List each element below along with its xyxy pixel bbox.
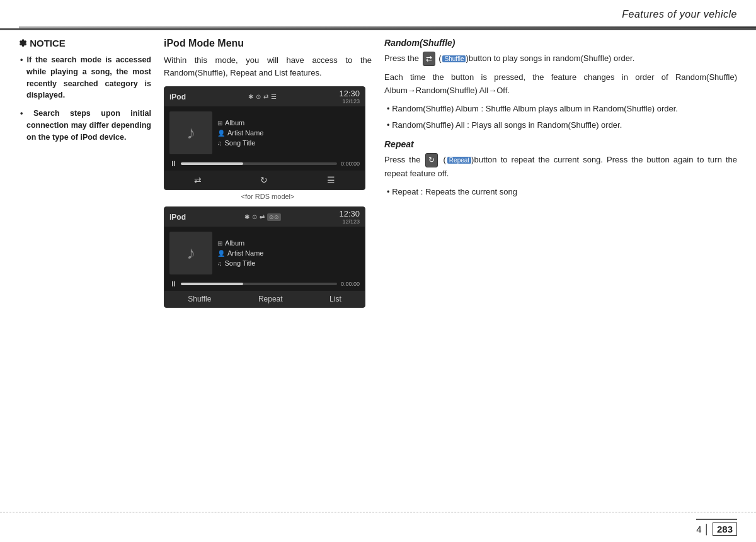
ipod-topbar-2: iPod ✱ ⊙ ⇄ ⊙⊙ 12:30 12/123: [164, 207, 365, 227]
ipod-section-intro: Within this mode, you will have access t…: [164, 54, 372, 79]
ipod-song-row-1: ♫ Song Title: [217, 139, 263, 147]
music-note-icon-2: ♪: [186, 243, 195, 263]
ipod-label-2: iPod: [169, 213, 186, 222]
repeat-label: Repeat: [447, 157, 471, 164]
repeat-button-icon[interactable]: ↻: [425, 153, 438, 167]
random-shuffle-item-2: Random(Shuffle) All : Plays all songs in…: [384, 119, 737, 132]
ipod-artwork-2: ♪: [169, 232, 212, 274]
list-bottom-btn[interactable]: List: [323, 293, 348, 305]
repeat-ctrl-btn[interactable]: ↻: [254, 174, 274, 186]
random-shuffle-intro: Press the ⇄ (Shuffle)button to play song…: [384, 52, 737, 66]
list-ctrl-btn[interactable]: ☰: [321, 174, 341, 186]
ipod-progress-1: ⏸ 0:00:00: [164, 159, 365, 171]
ipod-album-row-2: ⊞ Album: [217, 239, 263, 247]
ipod-main-2: ♪ ⊞ Album 👤 Artist Name ♫ Song Title: [164, 227, 365, 279]
ipod-icons-2: ✱ ⊙ ⇄ ⊙⊙: [244, 213, 281, 221]
right-column: Random(Shuffle) Press the ⇄ (Shuffle)but…: [384, 38, 737, 504]
progress-fill-2: [181, 283, 243, 285]
repeat-title: Repeat: [384, 139, 737, 149]
ipod-label-1: iPod: [169, 93, 186, 101]
footer: 4 │ 283: [0, 512, 756, 542]
song-icon: ♫: [217, 140, 222, 147]
notice-item-2: Search steps upon initial connection may…: [19, 108, 151, 143]
ipod-controls-1: ⇄ ↻ ☰: [164, 171, 365, 189]
progress-fill-1: [181, 162, 243, 165]
progress-bar-2: [181, 283, 337, 285]
repeat-intro: Press the ↻ (Repeat)button to repeat the…: [384, 153, 737, 181]
page-number: 283: [713, 522, 737, 536]
pause-icon-2: ⏸: [169, 279, 177, 288]
random-shuffle-item-1: Random(Shuffle) Album : Shuffle Album pl…: [384, 103, 737, 115]
music-note-icon: ♪: [186, 123, 195, 143]
rds-label: <for RDS model>: [164, 193, 372, 200]
shuffle-button-icon[interactable]: ⇄: [423, 52, 435, 66]
ipod-time-1: 12:30 12/123: [339, 89, 360, 104]
repeat-item-1: Repeat : Repeats the current song: [384, 186, 737, 198]
random-shuffle-list: Random(Shuffle) Album : Shuffle Album pl…: [384, 103, 737, 132]
ipod-artwork-1: ♪: [169, 111, 212, 154]
ipod-track-info-2: ⊞ Album 👤 Artist Name ♫ Song Title: [217, 232, 263, 274]
ipod-artist-row-2: 👤 Artist Name: [217, 249, 263, 257]
ipod-icons-1: ✱ ⊙ ⇄ ☰: [248, 93, 277, 100]
ipod-album-row-1: ⊞ Album: [217, 119, 263, 127]
page-section: 4: [696, 524, 701, 534]
ipod-progress-2: ⏸ 0:00:00: [164, 279, 365, 291]
progress-time-2: 0:00:00: [341, 281, 360, 287]
album-icon-2: ⊞: [217, 240, 222, 247]
progress-time-1: 0:00:00: [341, 161, 360, 167]
shuffle-ctrl-btn[interactable]: ⇄: [188, 174, 208, 186]
ipod-bottom-bar-2: Shuffle Repeat List: [164, 291, 365, 307]
ipod-mode-column: iPod Mode Menu Within this mode, you wil…: [164, 38, 384, 504]
random-shuffle-body: Each time the button is pressed, the fea…: [384, 71, 737, 98]
header: Features of your vehicle: [0, 0, 756, 30]
shuffle-bottom-btn[interactable]: Shuffle: [181, 293, 217, 305]
ipod-time-2: 12:30 12/123: [339, 209, 360, 225]
random-shuffle-title: Random(Shuffle): [384, 38, 737, 48]
pause-icon: ⏸: [169, 159, 177, 168]
shuffle-label: Shuffle: [442, 55, 466, 62]
ipod-screen-2: iPod ✱ ⊙ ⇄ ⊙⊙ 12:30 12/123 ♪ ⊞: [164, 206, 365, 308]
notice-list: If the search mode is accessed while pla…: [19, 54, 151, 143]
page-info: 4 │ 283: [696, 519, 737, 536]
artist-icon-2: 👤: [217, 250, 225, 257]
header-title: Features of your vehicle: [622, 9, 737, 20]
album-icon: ⊞: [217, 120, 222, 127]
ipod-track-info-1: ⊞ Album 👤 Artist Name ♫ Song Title: [217, 111, 263, 154]
ipod-section-title: iPod Mode Menu: [164, 38, 372, 49]
ipod-main-1: ♪ ⊞ Album 👤 Artist Name ♫ Song Title: [164, 106, 365, 159]
repeat-list: Repeat : Repeats the current song: [384, 186, 737, 198]
artist-icon: 👤: [217, 130, 225, 137]
notice-title: ✽ NOTICE: [19, 38, 151, 49]
progress-bar-1: [181, 162, 337, 165]
notice-column: ✽ NOTICE If the search mode is accessed …: [19, 38, 164, 504]
ipod-song-row-2: ♫ Song Title: [217, 259, 263, 267]
song-icon-2: ♫: [217, 260, 222, 267]
ipod-artist-row-1: 👤 Artist Name: [217, 129, 263, 137]
repeat-bottom-btn[interactable]: Repeat: [252, 293, 289, 305]
ipod-screen-1: iPod ✱ ⊙ ⇄ ☰ 12:30 12/123 ♪ ⊞: [164, 86, 365, 190]
notice-item-1: If the search mode is accessed while pla…: [19, 54, 151, 101]
ipod-topbar-1: iPod ✱ ⊙ ⇄ ☰ 12:30 12/123: [164, 87, 365, 106]
main-content: ✽ NOTICE If the search mode is accessed …: [19, 38, 737, 504]
